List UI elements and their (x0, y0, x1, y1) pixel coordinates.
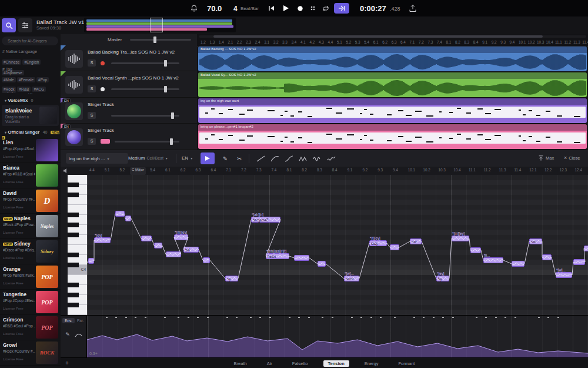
solo-button[interactable]: S (88, 138, 96, 145)
clip-selector-dropdown[interactable]: ing on the nigh ...▾ (66, 153, 128, 164)
pencil-tool-icon[interactable]: ✎ (219, 152, 231, 164)
piano-key-black[interactable] (68, 253, 79, 257)
tempo-value[interactable]: 70.0 (207, 4, 222, 13)
note[interactable] (512, 261, 524, 267)
search-input[interactable] (6, 38, 56, 44)
parameter-curve-area[interactable]: 0.3+ (87, 315, 588, 357)
singer-card[interactable]: Growl#Rock #Country #...License FreeROCK (0, 340, 61, 366)
param-tab-breath[interactable]: Breath (229, 360, 252, 367)
singer-card[interactable]: Crimson#R&B #Soul #Pop ...License FreePO… (0, 315, 61, 340)
track-header-row[interactable]: EN Singer Track S (61, 124, 197, 150)
close-editor-button[interactable]: × Close (564, 155, 580, 161)
more-tags-toggle[interactable]: ··· (0, 91, 61, 96)
note[interactable]: heart*[hh][aa][r][t] (266, 253, 289, 259)
param-pencil-tool-icon[interactable]: ✎ (62, 329, 74, 340)
piano-key-black[interactable] (68, 223, 79, 227)
note[interactable]: want*[w]... (344, 276, 359, 281)
master-track-row[interactable]: Master (61, 34, 197, 45)
piano-key-black[interactable] (68, 303, 79, 307)
param-tab-air[interactable]: Air (262, 360, 277, 367)
timeline-ruler[interactable]: 1.21.31.42.12.22.32.43.13.23.33.44.14.24… (197, 39, 588, 47)
note[interactable]: ny (225, 276, 238, 281)
track-header-row[interactable]: EN Singer Track S (61, 98, 197, 124)
note[interactable] (294, 255, 309, 261)
singer-card[interactable]: Orange#Pop #Bright #Silk...License FreeP… (0, 264, 61, 290)
param-tab-formant[interactable]: Formant (394, 360, 420, 367)
metronome-icon[interactable] (307, 3, 319, 14)
note[interactable] (166, 251, 181, 257)
singer-card[interactable]: NEWNaples#Rock #Pop #Pow...License FreeN… (0, 214, 61, 239)
param-tab-energy[interactable]: Energy (360, 360, 383, 367)
note[interactable] (154, 243, 162, 248)
piano-key-black[interactable] (68, 293, 79, 297)
tag-chip[interactable]: #Male (2, 77, 16, 82)
master-volume-slider[interactable] (130, 39, 191, 41)
note[interactable] (470, 247, 481, 253)
note[interactable]: brogan#2*[ah][n] (251, 217, 280, 223)
piano-key-black[interactable] (68, 263, 79, 267)
s-curve-tool-icon[interactable] (283, 152, 295, 164)
play-cursor-tool-button[interactable] (201, 152, 215, 164)
note[interactable]: me (410, 238, 422, 244)
note[interactable] (542, 254, 552, 260)
volume-slider[interactable] (111, 115, 179, 117)
tag-chip[interactable]: #Chinese (2, 59, 21, 65)
language-dropdown[interactable]: EN ▾ (182, 155, 192, 161)
scrollbar-thumb[interactable] (213, 35, 543, 38)
volume-slider[interactable] (111, 62, 179, 64)
freehand-tool-icon[interactable] (325, 152, 337, 164)
skip-to-start-button[interactable] (266, 3, 278, 14)
scissors-tool-icon[interactable]: ✂ (233, 152, 245, 164)
note[interactable]: me (529, 238, 542, 244)
singer-avatar[interactable] (65, 128, 83, 146)
record-arm-dot[interactable] (101, 87, 105, 91)
vocal-clip[interactable]: ing on the nigh owe wort (198, 98, 587, 123)
project-overview-navigator[interactable] (84, 18, 236, 32)
note[interactable] (141, 236, 152, 241)
note[interactable]: bill (183, 247, 199, 253)
editor-ruler[interactable]: C Major 4.45.15.25.35.46.16.26.36.47.17.… (61, 167, 588, 175)
piano-key-black[interactable] (68, 193, 79, 197)
loop-button[interactable] (320, 3, 332, 14)
note[interactable] (203, 257, 210, 263)
line-tool-icon[interactable] (255, 152, 266, 164)
follow-playhead-button[interactable] (334, 3, 349, 14)
track-name[interactable]: Singer Track (88, 128, 195, 133)
singer-card[interactable]: NEWSidney#Disco #Pop #Brig...License Fre… (0, 239, 61, 264)
project-title[interactable]: Ballad Track JW v1 (36, 19, 84, 25)
note[interactable]: fn... (483, 257, 503, 263)
track-header-row[interactable]: Ballad Backing Tra...les SOS NO 1 JW v2 … (61, 45, 197, 71)
singer-card[interactable]: Lien#Pop #Kpop #Soul #...License Free (0, 138, 61, 163)
clip-color-swatch[interactable] (101, 139, 110, 144)
note[interactable] (125, 216, 131, 221)
note[interactable] (115, 211, 125, 217)
note[interactable] (584, 246, 588, 251)
note[interactable]: *[w]... (556, 272, 572, 278)
voicemix-section-header[interactable]: ▾ VoiceMix 0 (2, 98, 33, 103)
beats-per-bar-value[interactable]: 4 (233, 5, 238, 13)
zigzag-tool-icon[interactable] (297, 152, 309, 164)
play-button[interactable] (280, 3, 292, 14)
notification-bell-icon[interactable] (188, 3, 200, 14)
piano-keyboard[interactable]: C4 (68, 175, 87, 315)
grid-mode-dropdown[interactable]: Medium Cell/Beat ▾ (128, 155, 168, 161)
piano-key-black[interactable] (68, 283, 79, 287)
singer-avatar[interactable] (65, 102, 83, 120)
piano-key-black[interactable] (68, 233, 79, 237)
solo-button[interactable]: S (88, 112, 96, 119)
track-name[interactable]: Singer Track (88, 102, 195, 107)
vocal-clip[interactable]: bring on please...gen#1 brogan#2 (198, 124, 587, 149)
record-arm-dot[interactable] (101, 61, 105, 65)
export-icon[interactable] (407, 3, 419, 14)
note[interactable]: *[m][ey] (174, 234, 188, 240)
tab-parameters[interactable]: Par. (75, 318, 86, 323)
track-name[interactable]: Ballad Vocal Synth ...ples SOS NO 1 JW v… (88, 75, 195, 81)
tag-chip[interactable]: #Pop (36, 77, 49, 82)
param-curve-tool-icon[interactable] (72, 329, 84, 340)
singer-card[interactable]: Bianca#Pop #R&B #Soul #...License Free (0, 163, 61, 188)
note[interactable] (573, 259, 585, 265)
piano-key-black[interactable] (68, 213, 79, 217)
tag-chip[interactable]: #English (22, 59, 41, 65)
singer-card[interactable]: David#Pop #Country #F...License FreeD (0, 188, 61, 214)
note[interactable]: by*[ey] (436, 276, 449, 281)
